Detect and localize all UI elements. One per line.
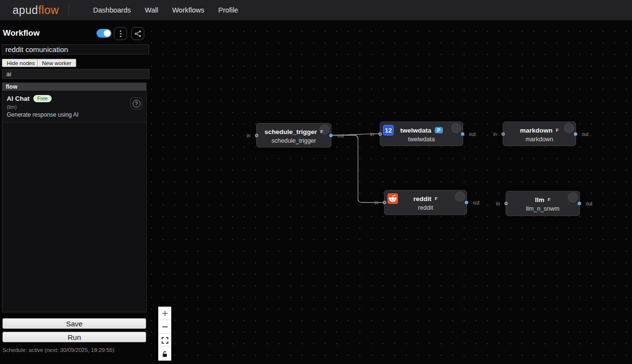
node-flag-badge: P bbox=[435, 127, 443, 133]
port-in[interactable] bbox=[505, 202, 508, 205]
node-search-input[interactable] bbox=[2, 69, 150, 79]
new-worker-button[interactable]: New worker bbox=[37, 59, 76, 67]
node-title-row: llmF bbox=[506, 195, 579, 204]
node-title: llm bbox=[535, 196, 545, 203]
port-in-label: in bbox=[247, 133, 250, 138]
schedule-status: Schedule: active (next: 30/09/2025, 18:2… bbox=[2, 347, 114, 353]
node-text: llmFllm_n_snwm bbox=[506, 195, 579, 212]
port-in[interactable] bbox=[383, 201, 386, 204]
port-out[interactable] bbox=[330, 134, 333, 137]
workflow-active-toggle[interactable] bbox=[96, 29, 111, 38]
nav-item-workflows[interactable]: Workflows bbox=[172, 6, 205, 14]
node-library-panel: flow AI ChatFree (llm) Generate response… bbox=[2, 82, 147, 312]
plus-icon bbox=[162, 310, 168, 317]
fit-view-icon bbox=[162, 337, 168, 344]
lock-button[interactable] bbox=[158, 347, 171, 361]
node-title: schedule_trigger bbox=[264, 128, 317, 135]
node-title: markdown bbox=[520, 126, 553, 134]
flow-canvas[interactable]: schedule_triggerFschedule_triggerinout12… bbox=[151, 20, 632, 364]
port-in-label: in bbox=[496, 201, 500, 206]
help-button[interactable]: ? bbox=[130, 97, 142, 109]
sidebar-title: Workflow bbox=[3, 28, 40, 38]
node-text: schedule_triggerFschedule_trigger bbox=[257, 127, 331, 144]
node-subtitle: llm_n_snwm bbox=[506, 205, 579, 212]
node-flag-badge: F bbox=[556, 127, 559, 132]
library-item-ai-chat[interactable]: AI ChatFree (llm) Generate response usin… bbox=[2, 91, 146, 122]
flow-node-schedule_trigger[interactable]: schedule_triggerFschedule_triggerinout bbox=[256, 123, 331, 148]
node-title-row: markdownF bbox=[503, 125, 576, 134]
node-flag-badge: F bbox=[548, 197, 550, 202]
workflow-sidebar: Workflow Hide nodes New worker flow AI C… bbox=[0, 20, 151, 364]
node-subtitle: schedule_trigger bbox=[257, 137, 331, 144]
zoom-out-button[interactable] bbox=[158, 320, 171, 334]
flow-node-reddit[interactable]: redditFredditinout bbox=[384, 190, 467, 215]
port-in[interactable] bbox=[255, 134, 259, 137]
node-text: twelwdataPtwelwdata bbox=[380, 125, 463, 142]
port-out-label: out bbox=[337, 133, 344, 138]
share-icon bbox=[134, 29, 142, 38]
free-badge: Free bbox=[33, 95, 52, 102]
port-out[interactable] bbox=[461, 132, 465, 135]
unlock-icon bbox=[161, 351, 168, 358]
nav-items: DashboardsWallWorkflowsProfile bbox=[93, 6, 238, 14]
nav-item-profile[interactable]: Profile bbox=[219, 6, 238, 14]
port-out-label: out bbox=[582, 131, 589, 136]
port-in[interactable] bbox=[502, 132, 505, 135]
library-item-title-row: AI ChatFree bbox=[7, 94, 142, 103]
kebab-icon bbox=[120, 30, 122, 38]
port-out-label: out bbox=[473, 200, 480, 205]
top-navbar: apudflow DashboardsWallWorkflowsProfile bbox=[0, 0, 632, 20]
navbar-divider bbox=[69, 3, 69, 17]
library-item-meta: (llm) bbox=[7, 104, 142, 110]
minus-icon bbox=[162, 324, 168, 330]
share-button[interactable] bbox=[131, 27, 144, 40]
toggle-knob bbox=[104, 30, 110, 37]
port-in[interactable] bbox=[379, 132, 382, 135]
edge-schedule_trigger-reddit[interactable] bbox=[331, 135, 384, 203]
node-subtitle: markdown bbox=[503, 135, 576, 142]
port-in-label: in bbox=[370, 131, 374, 136]
node-subtitle: reddit bbox=[385, 204, 467, 211]
port-out[interactable] bbox=[465, 201, 468, 204]
port-out[interactable] bbox=[578, 202, 581, 205]
app-logo[interactable]: apudflow bbox=[13, 4, 59, 17]
node-title: twelwdata bbox=[400, 126, 431, 134]
node-text: markdownFmarkdown bbox=[503, 125, 576, 142]
save-button[interactable]: Save bbox=[2, 318, 146, 329]
question-mark-icon: ? bbox=[133, 100, 140, 108]
logo-text-flow: flow bbox=[38, 4, 59, 16]
node-flag-badge: F bbox=[435, 196, 438, 201]
flow-node-markdown[interactable]: markdownFmarkdowninout bbox=[503, 121, 576, 146]
library-item-title: AI Chat bbox=[7, 95, 29, 102]
section-header-flow: flow bbox=[2, 83, 146, 91]
flow-node-llm[interactable]: llmFllm_n_snwminout bbox=[506, 191, 580, 216]
logo-text-apud: apud bbox=[13, 4, 38, 16]
more-options-button[interactable] bbox=[114, 27, 127, 40]
port-in-label: in bbox=[493, 131, 497, 136]
node-title-row: twelwdataP bbox=[380, 125, 463, 134]
node-text: redditFreddit bbox=[385, 194, 467, 211]
port-in-label: in bbox=[374, 200, 378, 205]
port-out-label: out bbox=[586, 201, 592, 206]
nav-item-wall[interactable]: Wall bbox=[145, 6, 158, 14]
flow-node-twelwdata[interactable]: 12twelwdataPtwelwdatainout bbox=[380, 121, 463, 146]
nav-item-dashboards[interactable]: Dashboards bbox=[93, 6, 131, 14]
port-out-label: out bbox=[469, 131, 476, 136]
node-title-row: redditF bbox=[385, 194, 467, 203]
node-title-row: schedule_triggerF bbox=[257, 127, 331, 135]
library-item-description: Generate response using AI bbox=[7, 111, 142, 118]
fit-view-button[interactable] bbox=[158, 334, 171, 347]
run-button[interactable]: Run bbox=[2, 332, 146, 342]
zoom-in-button[interactable] bbox=[158, 307, 171, 320]
node-title: reddit bbox=[413, 195, 432, 202]
node-subtitle: twelwdata bbox=[380, 135, 463, 142]
workflow-name-input[interactable] bbox=[2, 44, 149, 54]
node-flag-badge: F bbox=[320, 128, 323, 134]
port-out[interactable] bbox=[574, 132, 577, 135]
canvas-controls bbox=[158, 307, 171, 361]
hide-nodes-button[interactable]: Hide nodes bbox=[2, 59, 40, 67]
